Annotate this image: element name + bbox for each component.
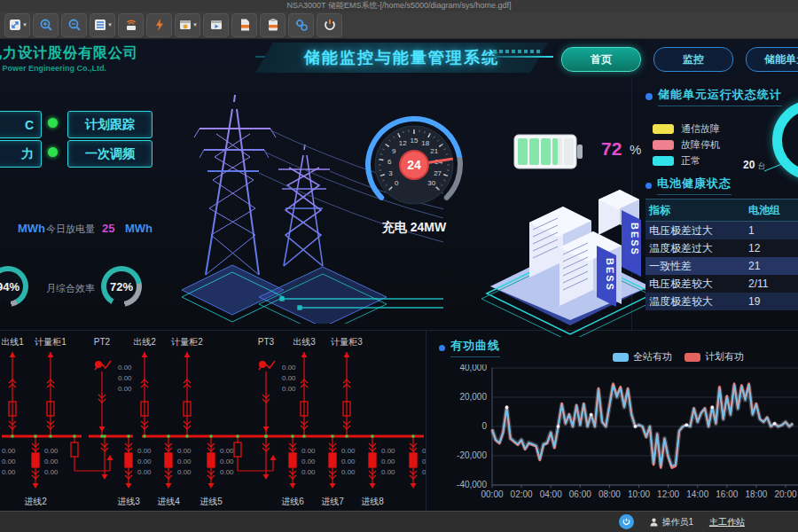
battery-soc-value: 72 — [601, 138, 622, 160]
settings-icon — [294, 18, 309, 32]
operator-indicator[interactable]: 操作员1 — [650, 516, 693, 528]
svg-text:0.00: 0.00 — [177, 458, 192, 466]
svg-text:0.00: 0.00 — [44, 458, 59, 466]
svg-text:18: 18 — [421, 139, 429, 147]
display-window-button[interactable]: ▾ — [175, 13, 200, 37]
svg-text:24: 24 — [407, 158, 421, 172]
battery-health-table: 指标电池组建电压极差过大1停温度极差过大12停一致性差21停电压极差较大2/11… — [645, 199, 798, 310]
svg-text:0: 0 — [481, 421, 487, 431]
charge-power-gauge: 03691215182124273024 — [348, 106, 481, 222]
power-button[interactable] — [317, 13, 342, 37]
svg-text:BESS: BESS — [630, 223, 640, 256]
active-power-chart: 40,00020,0000-20,000-40,00000:0002:0004:… — [426, 364, 798, 511]
svg-text:0.00: 0.00 — [2, 468, 16, 476]
session-icon[interactable] — [619, 514, 634, 529]
legend-item-1: 通信故障 — [653, 122, 720, 136]
svg-text:30: 30 — [427, 179, 435, 187]
report-doc-button[interactable] — [231, 13, 257, 37]
battery-soc-unit: % — [630, 142, 641, 157]
chart-legend: 全站有功计划有功 — [613, 350, 744, 364]
zoom-in-button[interactable] — [33, 13, 59, 37]
fit-screen-button[interactable]: ▾ — [4, 13, 30, 37]
svg-text:02:00: 02:00 — [511, 489, 533, 499]
svg-text:12: 12 — [399, 139, 407, 147]
chart-legend-item-1[interactable]: 全站有功 — [613, 350, 672, 364]
svg-text:0.00: 0.00 — [177, 447, 192, 455]
plan-tracking-button[interactable]: 计划跟踪 — [67, 111, 153, 138]
svg-text:0.00: 0.00 — [220, 458, 234, 466]
comm-device-button[interactable] — [118, 13, 144, 37]
mode-button-clipped-2[interactable]: 力 — [0, 140, 42, 168]
svg-text:0.00: 0.00 — [341, 458, 356, 466]
bottom-feeder-label: 进线5 — [200, 497, 223, 506]
power-flash-button[interactable] — [146, 13, 172, 37]
top-feeder-label: 出线3 — [293, 337, 316, 347]
health-row-3[interactable]: 一致性差21停 — [645, 257, 798, 275]
svg-text:27: 27 — [434, 169, 442, 177]
legend-item-2: 故障停机 — [653, 138, 720, 152]
run-window-icon — [209, 18, 223, 32]
svg-text:6: 6 — [387, 158, 392, 166]
list-menu-button[interactable]: ▾ — [90, 13, 115, 37]
svg-text:40,000: 40,000 — [459, 364, 487, 372]
system-title-banner: 储能监控与能量管理系统 — [255, 43, 548, 73]
top-feeder-label: PT2 — [94, 337, 111, 347]
svg-text:0.00: 0.00 — [137, 458, 152, 466]
efficiency-gauge-72: 72% — [101, 266, 142, 307]
health-row-4[interactable]: 电压极差较大2/11强 — [645, 275, 798, 293]
svg-text:9: 9 — [392, 147, 396, 155]
zoom-out-button[interactable] — [61, 13, 87, 37]
nav-tab-2[interactable]: 监控 — [653, 47, 733, 72]
run-window-button[interactable] — [203, 13, 229, 37]
header-deco-right — [479, 50, 553, 58]
discharge-label: 今日放电量 — [46, 223, 95, 236]
chart-title: 有功曲线 — [439, 338, 500, 357]
svg-text:3: 3 — [388, 169, 393, 177]
svg-text:0.00: 0.00 — [422, 447, 426, 455]
svg-text:0.00: 0.00 — [220, 447, 234, 455]
svg-text:15: 15 — [411, 137, 419, 145]
top-feeder-label: 出线1 — [1, 337, 24, 347]
company-logo: 电力设计股份有限公司 gfu Power Engineering Co.,Ltd… — [0, 44, 218, 73]
bottom-feeder-label: 进线7 — [321, 497, 344, 506]
svg-text:00:00: 00:00 — [481, 489, 503, 499]
settings-button[interactable] — [288, 13, 314, 37]
comm-device-icon — [124, 18, 138, 32]
workstation-link[interactable]: 主工作站 — [709, 516, 745, 528]
status-section-title: 储能单元运行状态统计 — [645, 87, 782, 106]
svg-text:10:00: 10:00 — [628, 489, 650, 499]
health-row-5[interactable]: 温度极差较大19检 — [645, 293, 798, 310]
svg-text:18:00: 18:00 — [745, 489, 767, 499]
fit-screen-icon — [8, 18, 22, 32]
chart-legend-item-2[interactable]: 计划有功 — [685, 350, 744, 364]
top-feeder-label: 计量柜3 — [330, 337, 363, 347]
svg-text:0.00: 0.00 — [118, 385, 132, 393]
clipboard-button[interactable] — [260, 13, 286, 37]
svg-text:20:00: 20:00 — [774, 489, 796, 499]
gauge-caption: 充电 24MW — [348, 220, 481, 236]
svg-text:0.00: 0.00 — [118, 364, 132, 372]
display-window-icon — [178, 18, 192, 32]
nav-tab-1[interactable]: 首页 — [561, 47, 641, 72]
nav-tab-3[interactable]: 储能单元 — [746, 47, 798, 72]
health-row-1[interactable]: 电压极差过大1停 — [645, 222, 798, 240]
primary-freq-button[interactable]: 一次调频 — [67, 140, 153, 168]
svg-text:0.00: 0.00 — [341, 447, 356, 455]
mode-button-clipped-1[interactable]: C — [0, 111, 42, 138]
bottom-feeder-label: 进线2 — [24, 497, 47, 506]
svg-text:0.00: 0.00 — [422, 458, 426, 466]
operator-icon — [650, 518, 658, 527]
month-efficiency-label: 月综合效率 — [46, 282, 95, 295]
svg-text:08:00: 08:00 — [598, 489, 621, 499]
svg-text:0.00: 0.00 — [2, 458, 16, 466]
svg-text:-40,000: -40,000 — [457, 480, 487, 489]
health-row-2[interactable]: 温度极差过大12停 — [645, 239, 798, 257]
svg-text:0.00: 0.00 — [137, 468, 152, 476]
bottom-feeder-label: 进线6 — [281, 497, 304, 506]
svg-text:0.00: 0.00 — [381, 447, 395, 455]
svg-text:0.00: 0.00 — [220, 468, 234, 476]
system-title: 储能监控与能量管理系统 — [304, 47, 499, 68]
svg-text:0.00: 0.00 — [422, 468, 426, 476]
status-dot-freq — [48, 147, 58, 157]
discharge-value: 25 — [102, 222, 114, 235]
